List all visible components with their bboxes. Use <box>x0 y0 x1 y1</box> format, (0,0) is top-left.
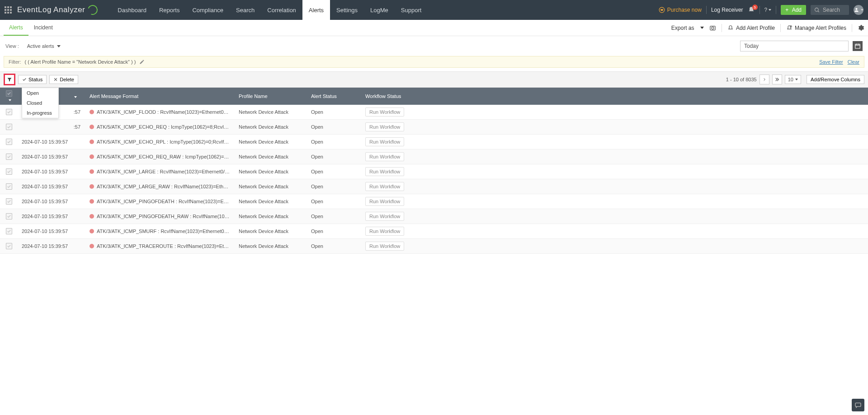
status-option-open[interactable]: Open <box>22 88 58 98</box>
run-workflow-button[interactable]: Run Workflow <box>365 122 404 131</box>
sort-caret-icon <box>74 96 77 98</box>
status-option-inprogress[interactable]: In-progress <box>22 108 58 118</box>
status-filter-dropdown[interactable]: OpenClosedIn-progress <box>22 88 59 118</box>
subtab-incident[interactable]: Incident <box>28 20 58 36</box>
funnel-icon <box>7 77 12 82</box>
bell-add-icon <box>727 25 734 31</box>
save-filter-link[interactable]: Save Filter <box>819 59 843 65</box>
subtab-alerts[interactable]: Alerts <box>4 20 28 36</box>
svg-point-3 <box>855 8 857 10</box>
select-menu-caret[interactable] <box>9 99 11 101</box>
table-row[interactable]: 2024-07-10 15:39:57 ATK/3/ATK_ICMP_TRACE… <box>0 239 868 254</box>
calendar-button[interactable] <box>853 41 863 51</box>
export-as-menu[interactable]: Export as <box>671 25 704 31</box>
row-checkbox[interactable] <box>6 183 12 190</box>
nav-item-compliance[interactable]: Compliance <box>186 0 230 20</box>
table-row[interactable]: 2024-07-10 15:39:57 ATK/3/ATK_ICMP_LARGE… <box>0 164 868 179</box>
row-checkbox[interactable] <box>6 198 12 205</box>
help-menu[interactable]: ? <box>764 7 772 13</box>
nav-item-correlation[interactable]: Correlation <box>261 0 302 20</box>
nav-item-settings[interactable]: Settings <box>330 0 364 20</box>
double-chevron-right-icon <box>775 77 779 82</box>
pagination-range: 1 - 10 of 8035 <box>726 77 757 82</box>
settings-gear[interactable] <box>858 24 864 31</box>
table-row[interactable]: 2024-07-10 15:39:57 ATK/5/ATK_ICMP_ECHO_… <box>0 135 868 149</box>
table-row[interactable]: 2024-07-10 15:39:57 ATK/3/ATK_ICMP_SMURF… <box>0 224 868 239</box>
manage-alert-profiles-link[interactable]: Manage Alert Profiles <box>786 25 846 31</box>
column-filter-toggle[interactable] <box>4 74 15 85</box>
column-header-status[interactable]: Alert Status <box>307 88 362 105</box>
global-search-input[interactable] <box>823 7 845 13</box>
row-checkbox[interactable] <box>6 243 12 249</box>
run-workflow-button[interactable]: Run Workflow <box>365 137 404 146</box>
nav-item-reports[interactable]: Reports <box>153 0 186 20</box>
nav-item-support[interactable]: Support <box>395 0 428 20</box>
table-row[interactable]: 2024-07-10 15:39:57 ATK/3/ATK_ICMP_PINGO… <box>0 209 868 224</box>
cell-message: ATK/3/ATK_ICMP_TRACEROUTE : RcvIfName(10… <box>86 239 235 254</box>
date-range-selector[interactable]: Today <box>740 41 849 51</box>
calendar-icon <box>854 43 861 49</box>
next-page-button[interactable] <box>760 75 769 84</box>
column-header-profile[interactable]: Profile Name <box>235 88 307 105</box>
add-remove-columns-button[interactable]: Add/Remove Columns <box>807 75 864 84</box>
per-page-selector[interactable]: 10 <box>785 75 801 84</box>
product-logo: EventLog Analyzer <box>17 5 98 15</box>
cell-time: 2024-07-10 15:39:57 <box>18 179 86 194</box>
status-option-closed[interactable]: Closed <box>22 98 58 108</box>
add-button[interactable]: + Add <box>781 5 806 15</box>
row-checkbox[interactable] <box>6 168 12 175</box>
column-header-message[interactable]: Alert Message Format <box>86 88 235 105</box>
log-receiver-link[interactable]: Log Receiver <box>711 7 743 13</box>
status-button[interactable]: Status <box>18 75 47 84</box>
column-header-workflow[interactable]: Workflow Status <box>362 88 868 105</box>
purchase-now-link[interactable]: Purchase now <box>659 7 702 13</box>
select-all-checkbox[interactable] <box>6 90 12 97</box>
clear-filter-link[interactable]: Clear <box>848 59 859 65</box>
delete-button[interactable]: Delete <box>49 75 78 84</box>
notification-bell[interactable]: 5 <box>748 6 755 14</box>
row-checkbox[interactable] <box>6 154 12 160</box>
run-workflow-button[interactable]: Run Workflow <box>365 197 404 206</box>
row-checkbox[interactable] <box>6 124 12 130</box>
cell-time: 2024-07-10 15:39:57 <box>18 224 86 239</box>
global-search[interactable] <box>811 5 849 15</box>
run-workflow-button[interactable]: Run Workflow <box>365 227 404 236</box>
severity-dot-icon <box>90 244 94 248</box>
cell-message: ATK/3/ATK_ICMP_PINGOFDEATH : RcvIfName(1… <box>86 194 235 209</box>
cell-status: Open <box>307 179 362 194</box>
table-row[interactable]: :57 ATK/5/ATK_ICMP_ECHO_REQ : IcmpType(1… <box>0 120 868 135</box>
apps-grid-icon[interactable] <box>5 6 12 14</box>
last-page-button[interactable] <box>772 75 782 84</box>
cell-status: Open <box>307 120 362 135</box>
cell-status: Open <box>307 209 362 224</box>
row-checkbox[interactable] <box>6 139 12 145</box>
add-alert-profile-link[interactable]: Add Alert Profile <box>727 25 775 31</box>
cell-profile: Network Device Attack <box>235 239 307 254</box>
edit-filter-icon[interactable] <box>139 59 145 65</box>
cell-profile: Network Device Attack <box>235 120 307 135</box>
severity-dot-icon <box>90 184 94 189</box>
table-row[interactable]: 2024-07-10 15:39:57 ATK/3/ATK_ICMP_PINGO… <box>0 194 868 209</box>
nav-item-alerts[interactable]: Alerts <box>302 0 330 20</box>
nav-item-search[interactable]: Search <box>230 0 261 20</box>
run-workflow-button[interactable]: Run Workflow <box>365 212 404 221</box>
cell-message: ATK/5/ATK_ICMP_ECHO_RPL : IcmpType(1062)… <box>86 135 235 149</box>
run-workflow-button[interactable]: Run Workflow <box>365 107 404 117</box>
nav-item-logme[interactable]: LogMe <box>364 0 395 20</box>
row-checkbox[interactable] <box>6 109 12 115</box>
table-row[interactable]: 2024-07-10 15:39:57 ATK/5/ATK_ICMP_ECHO_… <box>0 149 868 164</box>
table-row[interactable]: 2024-07-10 15:39:57 ATK/3/ATK_ICMP_LARGE… <box>0 179 868 194</box>
row-checkbox[interactable] <box>6 228 12 234</box>
table-row[interactable]: :57 ATK/3/ATK_ICMP_FLOOD : RcvIfName(102… <box>0 105 868 120</box>
run-workflow-button[interactable]: Run Workflow <box>365 167 404 176</box>
user-avatar[interactable] <box>854 5 863 15</box>
cell-profile: Network Device Attack <box>235 164 307 179</box>
run-workflow-button[interactable]: Run Workflow <box>365 242 404 251</box>
nav-item-dashboard[interactable]: Dashboard <box>111 0 153 20</box>
row-checkbox[interactable] <box>6 213 12 219</box>
run-workflow-button[interactable]: Run Workflow <box>365 182 404 191</box>
export-target-icon[interactable] <box>709 24 716 31</box>
run-workflow-button[interactable]: Run Workflow <box>365 152 404 161</box>
notification-badge: 5 <box>752 5 758 10</box>
view-selector[interactable]: Active alerts <box>24 42 64 50</box>
